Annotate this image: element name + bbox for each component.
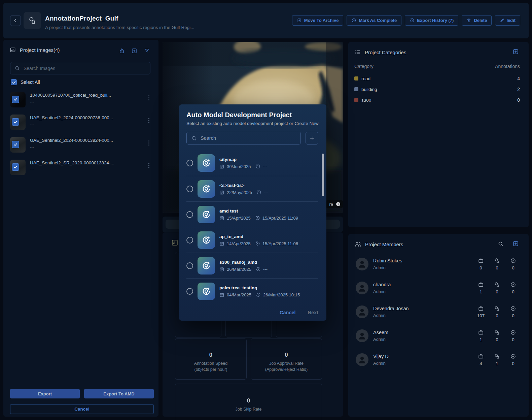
job-skip-rate-card: 0 Job Skip Rate (175, 384, 322, 420)
amd-project-date: 15/Apr/2025 (227, 216, 251, 221)
add-category-icon[interactable] (512, 49, 519, 55)
filter-icon[interactable] (144, 48, 150, 54)
amd-project-item[interactable]: citymap 30/Jun/2025--- (186, 150, 318, 176)
modal-scrollbar[interactable] (322, 154, 324, 196)
member-row: Devendra JosanAdmin 107 0 0 (356, 301, 520, 322)
member-jobs-count: 1 (480, 337, 482, 342)
image-menu-icon[interactable] (146, 163, 151, 168)
radio-button[interactable] (186, 160, 193, 166)
clock-icon (255, 216, 260, 221)
export-images-icon[interactable] (119, 48, 125, 54)
image-checkbox[interactable] (12, 141, 19, 148)
member-role: Admin (373, 265, 402, 270)
modal-search-box (186, 132, 301, 144)
images-panel-title: Project Images(4) (20, 47, 60, 53)
image-item[interactable]: 1040010059710700_optical_road_buil...--- (10, 92, 152, 107)
member-search-icon[interactable] (498, 241, 504, 247)
amd-project-item[interactable]: s300_manoj_amd 26/Mar/2025--- (186, 253, 318, 278)
member-jobs-count: 107 (477, 313, 485, 318)
category-row: road 4 (354, 73, 520, 84)
job-approval-rate-value: 0 (285, 352, 288, 358)
people-icon (354, 241, 361, 248)
select-all-checkbox[interactable] (11, 79, 17, 85)
create-new-project-button[interactable] (306, 132, 318, 144)
amd-project-item[interactable]: <s>test</s> 22/May/2025--- (186, 176, 318, 201)
member-role: Admin (373, 313, 409, 318)
export-history-button[interactable]: Export History (7) (405, 15, 458, 26)
image-name: UAE_Sentinel2_SR_2020-0000013824-... (30, 160, 114, 165)
category-row: building 2 (354, 84, 520, 95)
member-row: chandraAdmin 1 0 0 (356, 278, 520, 298)
amd-project-icon (198, 231, 215, 249)
avatar (356, 329, 368, 342)
amd-project-name: amd test (219, 208, 298, 214)
project-members-panel: Project Members Robin StokesAdmin 0 0 0 … (348, 234, 529, 417)
category-column-header: Category (354, 64, 374, 69)
mark-as-complete-label: Mark As Complete (359, 18, 397, 23)
category-count: 4 (517, 76, 520, 81)
amd-project-time: 15/Apr/2025 11:09 (262, 216, 298, 221)
amd-project-name: <s>test</s> (219, 183, 268, 188)
radio-button[interactable] (186, 262, 193, 269)
back-button[interactable] (10, 15, 21, 26)
amd-project-list: citymap 30/Jun/2025--- <s>test</s> 22/Ma… (186, 150, 318, 304)
image-search-input[interactable] (24, 66, 146, 71)
archive-icon (297, 18, 302, 23)
image-item[interactable]: UAE_Sentinel2_2024-0000013824-000...--- (10, 137, 152, 153)
info-icon[interactable] (335, 201, 341, 207)
amd-project-item[interactable]: amd test 15/Apr/202515/Apr/2025 11:09 (186, 201, 318, 227)
modal-next-button[interactable]: Next (308, 310, 318, 315)
delete-button[interactable]: Delete (462, 15, 492, 26)
amd-project-name: ap_to_amd (219, 234, 298, 239)
amd-project-icon (198, 257, 215, 274)
add-member-icon[interactable] (512, 240, 519, 247)
export-button[interactable]: Export (10, 389, 80, 398)
amd-project-item[interactable]: ap_to_amd 14/Apr/202515/Apr/2025 11:06 (186, 227, 318, 253)
cancel-export-button[interactable]: Cancel (10, 404, 154, 414)
job-approval-rate-label: Job Approval Rate (269, 361, 304, 366)
edit-label: Edit (507, 18, 516, 23)
add-image-icon[interactable] (131, 48, 137, 54)
modal-search-input[interactable] (201, 135, 296, 141)
annotation-icon (494, 305, 500, 312)
member-name: chandra (373, 282, 391, 287)
amd-project-time: --- (263, 267, 268, 272)
annotation-icon (494, 258, 500, 264)
project-type-icon (24, 12, 41, 29)
clock-icon (255, 241, 260, 246)
modal-cancel-button[interactable]: Cancel (280, 310, 296, 315)
image-checkbox[interactable] (12, 118, 19, 126)
image-item[interactable]: UAE_Sentinel2_2024-0000020736-000...--- (10, 115, 152, 130)
image-checkbox[interactable] (12, 163, 19, 171)
annotation-speed-value: 0 (209, 352, 212, 358)
radio-button[interactable] (186, 288, 193, 295)
edit-button[interactable]: Edit (495, 15, 520, 26)
category-count: 2 (517, 87, 520, 92)
amd-project-item[interactable]: palm tree -testing 04/Mar/202526/Mar/202… (186, 278, 318, 304)
job-approval-rate-sublabel: (Approve/Reject Ratio) (265, 367, 308, 372)
image-menu-icon[interactable] (146, 140, 151, 146)
amd-project-time: 26/Mar/2025 10:15 (263, 292, 300, 297)
radio-button[interactable] (186, 237, 193, 244)
amd-project-icon (198, 154, 215, 172)
radio-button[interactable] (186, 211, 193, 218)
briefcase-icon (478, 353, 484, 359)
move-to-archive-button[interactable]: Move To Archive (292, 15, 344, 26)
image-checkbox[interactable] (12, 96, 19, 103)
member-role: Admin (373, 337, 388, 342)
approved-icon (510, 353, 516, 359)
export-to-amd-button[interactable]: Export To AMD (84, 389, 154, 398)
project-images-panel: Project Images(4) Select All 10400100597… (3, 40, 158, 417)
image-menu-icon[interactable] (146, 118, 151, 123)
radio-button[interactable] (186, 186, 193, 192)
members-panel-title: Project Members (365, 241, 403, 247)
mark-as-complete-button[interactable]: Mark As Complete (347, 15, 401, 26)
amd-project-time: --- (264, 190, 268, 195)
plus-icon (309, 135, 315, 141)
project-description: A project that presents annotations from… (45, 25, 194, 30)
image-item[interactable]: UAE_Sentinel2_SR_2020-0000013824-...--- (10, 160, 152, 175)
job-skip-rate-label: Job Skip Rate (236, 407, 262, 412)
trash-icon (466, 18, 471, 23)
image-menu-icon[interactable] (146, 95, 151, 100)
approved-icon (510, 305, 516, 312)
